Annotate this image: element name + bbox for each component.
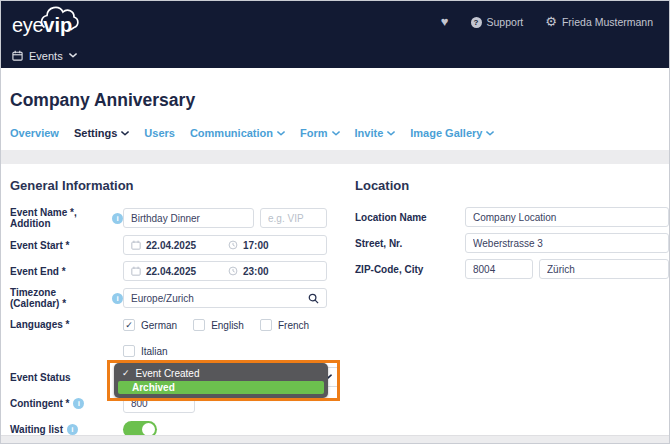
event-name-input[interactable] bbox=[123, 208, 254, 228]
help-question-icon: ? bbox=[471, 17, 482, 28]
location-heading: Location bbox=[355, 178, 669, 193]
chevron-down-icon bbox=[277, 131, 285, 136]
checkbox-german[interactable]: German bbox=[123, 319, 177, 331]
event-end-date[interactable]: 22.04.2025 bbox=[131, 266, 228, 277]
support-link[interactable]: ? Support bbox=[471, 16, 524, 28]
favorites-heart-icon[interactable]: ♥ bbox=[441, 16, 449, 28]
zip-input[interactable] bbox=[465, 259, 533, 279]
support-label: Support bbox=[487, 16, 524, 28]
dropdown-option-event-created[interactable]: ✓ Event Created bbox=[114, 366, 328, 380]
event-name-addition-input[interactable] bbox=[260, 208, 327, 228]
main-nav: Events bbox=[1, 43, 669, 68]
waiting-list-label: Waiting listi bbox=[10, 424, 123, 435]
event-status-dropdown: ✓ Event Created Archived bbox=[114, 363, 328, 398]
event-end-datetime-picker[interactable]: 22.04.2025 23:00 bbox=[123, 261, 327, 281]
calendar-icon bbox=[131, 240, 141, 250]
info-icon[interactable]: i bbox=[67, 424, 78, 435]
tab-image-gallery[interactable]: Image Gallery bbox=[410, 127, 494, 139]
content: Company Anniversary Overview Settings Us… bbox=[1, 90, 669, 444]
nav-events-menu[interactable]: Events bbox=[12, 50, 77, 62]
nav-events-label: Events bbox=[29, 50, 63, 62]
header-row: eyevip ♥ ? Support ⚙ Frieda Mustermann bbox=[1, 1, 669, 43]
section-divider bbox=[1, 150, 669, 164]
app-window: eyevip ♥ ? Support ⚙ Frieda Mustermann bbox=[0, 0, 670, 444]
tab-overview[interactable]: Overview bbox=[10, 127, 59, 139]
event-name-label: Event Name *, Additioni bbox=[10, 207, 123, 229]
toggle-knob bbox=[142, 423, 155, 436]
event-name-row: Event Name *, Additioni bbox=[10, 207, 348, 229]
page-title: Company Anniversary bbox=[10, 90, 669, 111]
timezone-row: Timezone (Calendar) *i Europe/Zurich bbox=[10, 287, 348, 309]
tab-communication[interactable]: Communication bbox=[190, 127, 285, 139]
user-menu[interactable]: ⚙ Frieda Mustermann bbox=[545, 16, 653, 28]
location-name-row: Location Name bbox=[355, 207, 669, 227]
event-status-label: Event Status bbox=[10, 372, 123, 383]
brand-logo[interactable]: eyevip bbox=[12, 15, 72, 35]
street-input[interactable] bbox=[465, 233, 669, 253]
event-tabs: Overview Settings Users Communication Fo… bbox=[10, 127, 669, 139]
event-end-label: Event End * bbox=[10, 266, 123, 277]
checkbox-french[interactable]: French bbox=[260, 319, 309, 331]
tab-settings[interactable]: Settings bbox=[74, 127, 129, 139]
event-status-row: Event Status Event Created ✓ Event Creat… bbox=[10, 367, 348, 387]
event-start-time[interactable]: 17:00 bbox=[228, 240, 269, 251]
checkbox-italian[interactable]: Italian bbox=[123, 345, 168, 357]
event-start-label: Event Start * bbox=[10, 240, 123, 251]
checkbox-icon bbox=[123, 345, 135, 357]
checkbox-english[interactable]: English bbox=[193, 319, 244, 331]
checkbox-checked-icon bbox=[123, 319, 135, 331]
chevron-down-icon bbox=[486, 131, 494, 136]
info-icon[interactable]: i bbox=[112, 213, 123, 224]
chevron-down-icon bbox=[69, 53, 77, 58]
languages-label: Languages * bbox=[10, 319, 123, 330]
clock-icon bbox=[228, 240, 238, 250]
event-end-row: Event End * 22.04.2025 23:00 bbox=[10, 261, 348, 281]
search-icon bbox=[308, 293, 319, 304]
gear-icon: ⚙ bbox=[545, 16, 557, 28]
checkbox-icon bbox=[260, 319, 272, 331]
event-start-datetime-picker[interactable]: 22.04.2025 17:00 bbox=[123, 235, 327, 255]
contingent-label: Contingent *i bbox=[10, 398, 123, 409]
languages-row-2: Italian bbox=[123, 341, 309, 361]
event-status-control: Event Created ✓ Event Created Archived bbox=[123, 367, 340, 387]
general-information-heading: General Information bbox=[10, 178, 348, 193]
languages-options: German English French Italian bbox=[123, 315, 309, 361]
tab-users[interactable]: Users bbox=[144, 127, 175, 139]
street-label: Street, Nr. bbox=[355, 238, 465, 249]
header-actions: ♥ ? Support ⚙ Frieda Mustermann bbox=[441, 16, 653, 28]
check-icon: ✓ bbox=[122, 369, 130, 378]
street-row: Street, Nr. bbox=[355, 233, 669, 253]
cloud-icon bbox=[38, 6, 80, 34]
chevron-down-icon bbox=[121, 131, 129, 136]
general-information-section: General Information Event Name *, Additi… bbox=[10, 176, 348, 444]
event-end-time[interactable]: 23:00 bbox=[228, 266, 269, 277]
event-start-date[interactable]: 22.04.2025 bbox=[131, 240, 228, 251]
location-section: Location Location Name Street, Nr. ZIP-C… bbox=[348, 176, 669, 444]
event-start-row: Event Start * 22.04.2025 17:00 bbox=[10, 235, 348, 255]
page-bottom-strip bbox=[1, 435, 669, 443]
tab-invite[interactable]: Invite bbox=[355, 127, 396, 139]
info-icon[interactable]: i bbox=[73, 398, 84, 409]
clock-icon bbox=[228, 266, 238, 276]
calendar-icon bbox=[12, 50, 23, 61]
top-header: eyevip ♥ ? Support ⚙ Frieda Mustermann bbox=[1, 1, 669, 68]
chevron-down-icon bbox=[387, 131, 395, 136]
zip-city-label: ZIP-Code, City bbox=[355, 264, 465, 275]
info-icon[interactable]: i bbox=[112, 293, 123, 304]
city-input[interactable] bbox=[539, 259, 669, 279]
location-name-input[interactable] bbox=[465, 207, 669, 227]
timezone-label: Timezone (Calendar) *i bbox=[10, 287, 123, 309]
calendar-icon bbox=[131, 266, 141, 276]
checkbox-icon bbox=[193, 319, 205, 331]
languages-row-1: German English French bbox=[123, 315, 309, 335]
user-name: Frieda Mustermann bbox=[562, 16, 653, 28]
settings-form: General Information Event Name *, Additi… bbox=[1, 164, 669, 444]
chevron-down-icon bbox=[332, 131, 340, 136]
dropdown-option-archived[interactable]: Archived bbox=[118, 381, 324, 394]
tab-form[interactable]: Form bbox=[300, 127, 340, 139]
zip-city-row: ZIP-Code, City bbox=[355, 259, 669, 279]
timezone-search-field[interactable]: Europe/Zurich bbox=[123, 288, 327, 308]
location-name-label: Location Name bbox=[355, 212, 465, 223]
languages-row: Languages * German English French Italia… bbox=[10, 315, 348, 361]
